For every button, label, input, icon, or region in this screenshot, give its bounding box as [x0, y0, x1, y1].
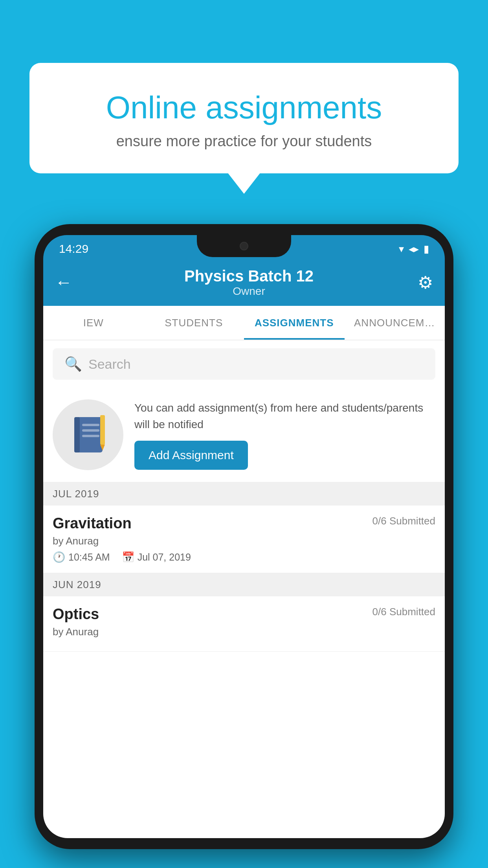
assignment-time: 🕐 10:45 AM	[53, 551, 110, 563]
tab-iew[interactable]: IEW	[43, 306, 144, 340]
phone-mockup: 14:29 ▾ ◂▸ ▮ ← Physics Batch 12 Owner ⚙	[35, 224, 453, 868]
battery-icon: ▮	[424, 243, 429, 255]
promo-card: Online assignments ensure more practice …	[29, 63, 459, 173]
notebook-icon	[70, 415, 106, 454]
add-promo-description: You can add assignment(s) from here and …	[134, 400, 435, 433]
app-bar-title: Physics Batch 12	[80, 267, 418, 285]
assignment-submitted-optics: 0/6 Submitted	[372, 606, 435, 618]
assignment-top-row: Gravitation 0/6 Submitted	[53, 515, 435, 532]
add-promo-section: You can add assignment(s) from here and …	[43, 388, 445, 482]
assignment-name-optics: Optics	[53, 606, 99, 623]
add-promo-text-block: You can add assignment(s) from here and …	[134, 400, 435, 470]
assignment-item-optics[interactable]: Optics 0/6 Submitted by Anurag	[43, 596, 445, 652]
add-promo-icon-circle	[53, 399, 123, 470]
status-time: 14:29	[59, 242, 88, 256]
svg-rect-3	[82, 429, 99, 432]
assignment-by: by Anurag	[53, 535, 435, 547]
svg-rect-4	[82, 435, 99, 437]
assignment-meta: 🕐 10:45 AM 📅 Jul 07, 2019	[53, 551, 435, 563]
search-container: 🔍 Search	[43, 340, 445, 388]
wifi-icon: ▾	[399, 243, 404, 255]
tab-announcements[interactable]: ANNOUNCEM…	[345, 306, 445, 340]
promo-title: Online assignments	[61, 90, 427, 125]
assignment-item-gravitation[interactable]: Gravitation 0/6 Submitted by Anurag 🕐 10…	[43, 506, 445, 573]
screen: ← Physics Batch 12 Owner ⚙ IEW STUDENTS …	[43, 259, 445, 838]
tab-students[interactable]: STUDENTS	[144, 306, 244, 340]
search-bar[interactable]: 🔍 Search	[53, 348, 435, 380]
search-placeholder: Search	[88, 357, 131, 372]
svg-rect-2	[82, 424, 99, 426]
app-bar: ← Physics Batch 12 Owner ⚙	[43, 259, 445, 306]
clock-icon: 🕐	[53, 551, 65, 563]
camera	[240, 242, 248, 250]
tab-assignments[interactable]: ASSIGNMENTS	[244, 306, 345, 340]
status-icons: ▾ ◂▸ ▮	[399, 243, 429, 255]
add-assignment-button[interactable]: Add Assignment	[134, 441, 248, 470]
search-icon: 🔍	[64, 356, 82, 372]
app-bar-title-block: Physics Batch 12 Owner	[80, 267, 418, 298]
phone-outer: 14:29 ▾ ◂▸ ▮ ← Physics Batch 12 Owner ⚙	[35, 224, 453, 849]
calendar-icon: 📅	[122, 551, 134, 563]
app-bar-subtitle: Owner	[80, 285, 418, 298]
svg-rect-1	[74, 417, 80, 452]
settings-icon[interactable]: ⚙	[418, 272, 433, 292]
assignment-by-optics: by Anurag	[53, 626, 435, 638]
svg-rect-5	[100, 415, 105, 445]
assignment-date: 📅 Jul 07, 2019	[122, 551, 191, 563]
promo-subtitle: ensure more practice for your students	[61, 133, 427, 150]
phone-notch	[197, 235, 291, 257]
back-button[interactable]: ←	[55, 272, 72, 292]
tabs-bar: IEW STUDENTS ASSIGNMENTS ANNOUNCEM…	[43, 306, 445, 340]
assignment-submitted: 0/6 Submitted	[372, 515, 435, 527]
signal-icon: ◂▸	[409, 243, 419, 255]
section-header-jun: JUN 2019	[43, 573, 445, 596]
section-header-jul: JUL 2019	[43, 482, 445, 506]
assignment-top-row-optics: Optics 0/6 Submitted	[53, 606, 435, 623]
assignment-name: Gravitation	[53, 515, 132, 532]
